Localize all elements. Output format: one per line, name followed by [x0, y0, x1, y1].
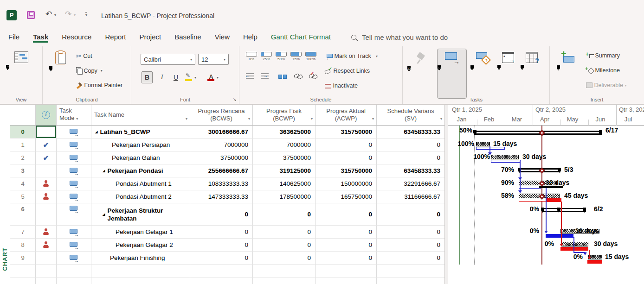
link-tasks-button[interactable] [294, 73, 303, 79]
indicators-column-header[interactable] [36, 105, 57, 125]
row-number[interactable]: 0 [10, 126, 36, 139]
font-size-combobox[interactable]: 12 [198, 54, 229, 65]
row-number[interactable]: 9 [10, 252, 36, 265]
acwp-cell[interactable]: 0 [316, 139, 377, 151]
sv-cell[interactable]: 32291666.67 [377, 177, 444, 190]
sv-cell[interactable]: 0 [377, 151, 444, 164]
sv-cell[interactable]: 63458333.33 [377, 164, 444, 177]
mark-on-track-button[interactable]: Mark on Track [325, 53, 378, 59]
bcws-cell[interactable]: 7000000 [190, 139, 253, 151]
percent-complete-75-button[interactable]: 75% [290, 52, 303, 61]
percent-complete-0-button[interactable]: 0% [245, 52, 258, 61]
task-mode-column-header[interactable]: Task Mode [57, 105, 91, 125]
acwp-cell[interactable]: 150000000 [316, 177, 377, 190]
italic-button[interactable]: I [156, 71, 167, 83]
save-icon[interactable] [27, 11, 35, 19]
sv-cell[interactable]: 0 [377, 139, 444, 151]
task-mode-cell[interactable] [57, 203, 91, 226]
task-name-cell[interactable]: Pekerjaan Gelagar 1 [91, 226, 190, 239]
outdent-task-button[interactable] [246, 73, 254, 79]
tab-resource[interactable]: Resource [62, 33, 91, 43]
bcws-filter-icon[interactable] [248, 115, 250, 123]
task-baseline-bar[interactable] [546, 234, 573, 238]
mode-button[interactable]: Mode [521, 49, 543, 65]
acwp-filter-icon[interactable] [372, 115, 374, 123]
copy-dropdown-icon[interactable] [101, 69, 103, 73]
task-name-filter-icon[interactable] [186, 115, 187, 123]
bcwp-cell[interactable]: 0 [253, 203, 316, 226]
task-mode-cell[interactable] [57, 252, 91, 265]
bcwp-filter-icon[interactable] [311, 115, 313, 123]
move-button[interactable]: Move [497, 49, 519, 65]
indicator-cell[interactable] [36, 239, 57, 252]
critical-baseline-bar[interactable] [560, 247, 588, 251]
sv-cell[interactable]: 0 [377, 203, 444, 226]
tab-project[interactable]: Project [139, 33, 161, 43]
bcwp-cell[interactable]: 363625000 [253, 126, 316, 139]
row-number[interactable]: 7 [10, 226, 36, 239]
split-task-button[interactable] [278, 73, 287, 79]
row-number[interactable]: 3 [10, 164, 36, 177]
row-number[interactable]: 4 [10, 177, 36, 190]
indicator-cell[interactable] [36, 139, 57, 151]
cut-button[interactable]: Cut [76, 52, 92, 60]
font-family-dropdown-icon[interactable] [190, 57, 192, 62]
background-color-button[interactable] [185, 71, 196, 83]
bold-button[interactable]: B [142, 71, 153, 83]
task-baseline-bar[interactable] [519, 186, 541, 189]
row-number[interactable]: 6 [10, 203, 36, 226]
font-color-button[interactable]: A [207, 71, 219, 83]
row-number[interactable]: 5 [10, 190, 36, 203]
critical-slip-bar[interactable] [546, 198, 561, 202]
insert-task-button[interactable]: Task [557, 49, 579, 65]
copy-button[interactable]: Copy [76, 67, 103, 74]
tab-view[interactable]: View [215, 33, 230, 43]
tab-report[interactable]: Report [105, 33, 126, 43]
bcwp-cell[interactable]: 0 [253, 226, 316, 239]
task-name-cell[interactable]: Pondasi Abutment 2 [91, 190, 190, 203]
task-mode-filter-icon[interactable] [76, 117, 78, 121]
bcws-cell[interactable]: 37500000 [190, 151, 253, 164]
gantt-chart-body[interactable]: 50% 6/17 100% 15 days 100% 30 days 70% [448, 126, 644, 284]
task-mode-cell[interactable] [57, 226, 91, 239]
task-name-cell[interactable]: Latihan 5_BCWP [91, 126, 190, 139]
font-color-dropdown-icon[interactable] [217, 76, 219, 80]
row-number[interactable]: 2 [10, 151, 36, 164]
background-color-dropdown-icon[interactable] [194, 76, 196, 80]
collapse-triangle-icon[interactable] [103, 213, 105, 216]
sv-filter-icon[interactable] [440, 115, 442, 123]
sv-cell[interactable]: 0 [377, 226, 444, 239]
task-progress-bar[interactable] [476, 142, 490, 146]
sv-column-header[interactable]: Schedule Varians(SV) [377, 105, 444, 125]
task-mode-cell[interactable] [57, 164, 91, 177]
bcwp-cell[interactable]: 7000000 [253, 139, 316, 151]
sv-cell[interactable]: 31166666.67 [377, 190, 444, 203]
select-all-corner[interactable] [10, 105, 36, 125]
undo-icon[interactable] [45, 9, 52, 19]
tab-file[interactable]: File [8, 33, 19, 43]
acwp-cell[interactable]: 315750000 [316, 126, 377, 139]
bcws-cell[interactable]: 0 [190, 226, 253, 239]
bcwp-cell[interactable]: 37500000 [253, 151, 316, 164]
acwp-cell[interactable]: 315750000 [316, 164, 377, 177]
bcwp-cell[interactable]: 0 [253, 239, 316, 252]
percent-complete-25-button[interactable]: 25% [260, 52, 273, 61]
mark-on-track-dropdown-icon[interactable] [376, 54, 378, 58]
sv-cell[interactable]: 0 [377, 239, 444, 252]
inactivate-button[interactable]: Inactivate [325, 82, 358, 89]
task-baseline-bar[interactable] [491, 160, 521, 163]
format-painter-button[interactable]: Format Painter [76, 82, 122, 88]
customize-quick-access-toolbar-icon[interactable] [85, 12, 87, 17]
indicator-cell[interactable] [36, 164, 57, 177]
task-name-cell[interactable]: Pekerjaan Gelagar 2 [91, 239, 190, 252]
bcwp-cell[interactable]: 140625000 [253, 177, 316, 190]
bcwp-column-header[interactable]: Progres Fisik(BCWP) [253, 105, 316, 125]
task-name-cell[interactable]: Pekerjaan Pondasi [91, 164, 190, 177]
task-name-column-header[interactable]: Task Name [91, 105, 190, 125]
row-number[interactable]: 1 [10, 139, 36, 151]
bcwp-cell[interactable]: 178500000 [253, 190, 316, 203]
task-name-cell[interactable]: Pekerjaan Persiapan [91, 139, 190, 151]
font-family-combobox[interactable]: Calibri [141, 54, 195, 65]
task-name-cell[interactable]: Pekerjaan Struktur Jembatan [91, 203, 190, 226]
bcws-cell[interactable]: 0 [190, 252, 253, 265]
